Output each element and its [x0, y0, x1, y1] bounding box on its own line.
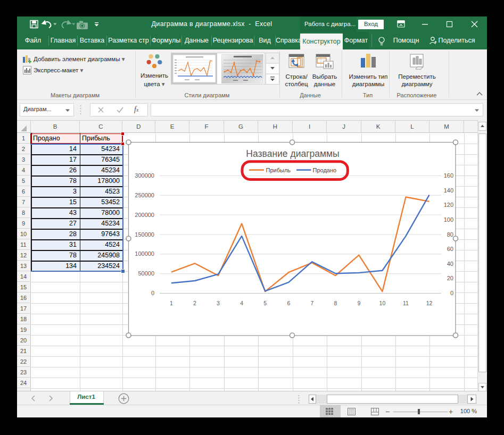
svg-text:12: 12	[426, 300, 433, 306]
svg-text:80: 80	[447, 231, 453, 238]
svg-text:3: 3	[217, 300, 220, 306]
svg-text:100: 100	[444, 216, 453, 223]
svg-text:0: 0	[450, 290, 453, 296]
svg-text:6: 6	[287, 300, 290, 306]
svg-text:1: 1	[170, 300, 173, 306]
svg-text:7: 7	[310, 300, 313, 306]
svg-text:140: 140	[444, 187, 453, 194]
svg-text:9: 9	[357, 300, 360, 306]
svg-text:150000: 150000	[135, 231, 154, 238]
svg-text:Прибыль: Прибыль	[266, 167, 291, 173]
svg-text:2: 2	[193, 300, 196, 306]
svg-text:50000: 50000	[138, 270, 154, 277]
svg-text:120: 120	[444, 202, 453, 208]
svg-text:160: 160	[444, 172, 453, 179]
svg-text:4: 4	[240, 300, 243, 306]
svg-text:Продано: Продано	[313, 167, 337, 173]
svg-text:100000: 100000	[135, 250, 154, 257]
svg-text:8: 8	[334, 300, 337, 306]
svg-text:5: 5	[263, 300, 267, 306]
svg-text:20: 20	[447, 275, 453, 281]
svg-text:60: 60	[447, 246, 453, 252]
svg-text:40: 40	[447, 261, 453, 267]
svg-text:300000: 300000	[135, 172, 154, 179]
svg-text:200000: 200000	[135, 212, 154, 218]
svg-text:11: 11	[403, 300, 409, 306]
svg-text:Название диаграммы: Название диаграммы	[246, 148, 339, 159]
svg-text:0: 0	[151, 290, 154, 296]
svg-text:10: 10	[379, 300, 386, 306]
svg-text:250000: 250000	[135, 192, 154, 198]
